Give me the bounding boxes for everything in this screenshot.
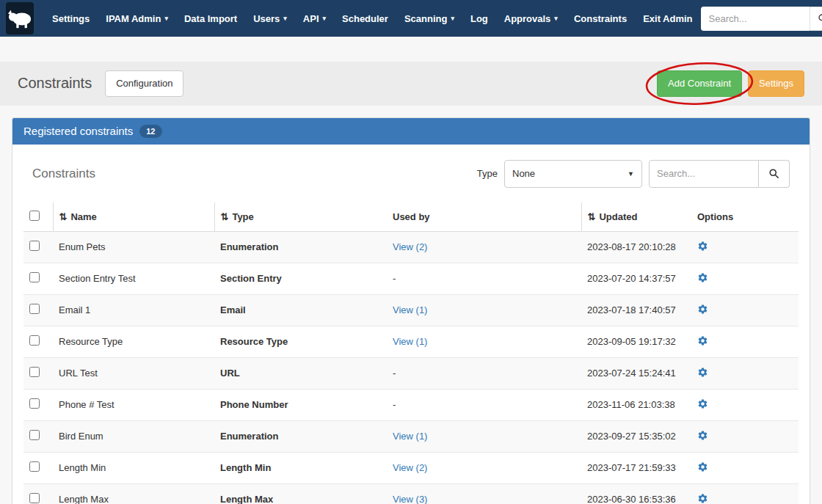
constraint-type: Section Entry [214,263,387,294]
column-header-type[interactable]: ⇅Type [214,202,387,232]
gear-icon [697,335,708,346]
row-checkbox[interactable] [29,241,40,251]
column-header-label: Name [70,211,96,222]
select-all-header [23,202,53,232]
options-cell [691,483,799,504]
select-all-checkbox[interactable] [29,211,40,221]
table-header-row: ⇅Name ⇅Type Used by ⇅Updated Options [23,202,799,232]
used-by-link[interactable]: View (1) [393,431,427,442]
updated-timestamp: 2023-07-18 17:40:57 [581,294,691,326]
sort-icon: ⇅ [221,211,229,222]
table-row: Email 1EmailView (1)2023-07-18 17:40:57 [23,294,799,326]
nav-item-label: Data Import [184,13,237,24]
nav-item-users[interactable]: Users▾ [245,0,295,37]
options-cell [691,357,799,389]
configuration-button[interactable]: Configuration [105,70,183,97]
row-checkbox[interactable] [29,430,40,440]
used-by-cell: View (1) [387,420,581,452]
used-by-link[interactable]: View (2) [393,241,427,252]
row-options-button[interactable] [697,272,708,283]
row-checkbox-cell [23,231,53,263]
row-checkbox-cell [23,483,53,504]
column-header-label: Updated [599,211,637,222]
gear-icon [697,430,708,441]
used-by-link[interactable]: View (1) [393,336,427,347]
updated-timestamp: 2023-09-27 15:35:02 [581,420,691,452]
panel-title: Registered constraints [23,125,133,137]
column-header-used-by: Used by [387,202,581,232]
row-checkbox[interactable] [29,367,40,377]
constraint-type: URL [214,357,387,389]
gear-icon [697,398,708,409]
sort-icon: ⇅ [59,211,68,222]
table-search-input[interactable] [649,160,759,188]
updated-timestamp: 2023-11-06 21:03:38 [581,389,691,420]
column-header-name[interactable]: ⇅Name [53,202,214,232]
table-row: Bird EnumEnumerationView (1)2023-09-27 1… [23,420,799,452]
row-checkbox-cell [23,357,53,389]
nav-item-scanning[interactable]: Scanning▾ [396,0,462,37]
nav-item-label: IPAM Admin [106,13,161,24]
gear-icon [697,367,708,378]
used-by-link[interactable]: View (3) [393,494,427,504]
constraint-name: Bird Enum [53,420,214,452]
settings-button[interactable]: Settings [748,70,804,97]
used-by-cell: View (1) [387,326,581,357]
used-by-link[interactable]: View (1) [393,304,427,315]
table-search-button[interactable] [759,160,790,188]
constraint-type: Enumeration [214,420,387,452]
updated-timestamp: 2023-07-24 15:24:41 [581,357,691,389]
nav-item-label: Scheduler [342,13,388,24]
updated-timestamp: 2023-09-05 19:17:32 [581,326,691,357]
constraint-type: Resource Type [214,326,387,357]
used-by-link[interactable]: View (2) [393,462,427,473]
nav-item-approvals[interactable]: Approvals▾ [496,0,566,37]
nav-items: SettingsIPAM Admin▾Data ImportUsers▾API▾… [44,0,701,37]
constraint-name: Email 1 [53,294,214,326]
row-checkbox[interactable] [29,398,40,409]
column-header-updated[interactable]: ⇅Updated [581,202,691,232]
nav-item-data-import[interactable]: Data Import [176,0,245,37]
constraint-name: URL Test [53,357,214,389]
row-options-button[interactable] [697,335,708,346]
row-options-button[interactable] [697,367,708,378]
options-cell [691,452,799,483]
row-options-button[interactable] [697,430,708,441]
options-cell [691,263,799,294]
nav-item-log[interactable]: Log [462,0,496,37]
nav-item-constraints[interactable]: Constraints [566,0,635,37]
search-input[interactable] [701,7,810,31]
used-by-cell: View (1) [387,294,581,326]
add-constraint-wrap: Add Constraint [657,70,742,97]
row-options-button[interactable] [697,241,708,252]
table-row: Section Entry TestSection Entry-2023-07-… [23,263,799,294]
search-button[interactable] [810,7,822,31]
constraint-type: Length Min [214,452,387,483]
app-logo[interactable] [6,2,34,34]
chevron-down-icon: ▼ [628,170,634,178]
nav-item-exit-admin[interactable]: Exit Admin [635,0,700,37]
table-row: Length MinLength MinView (2)2023-07-17 2… [23,452,799,483]
nav-item-settings[interactable]: Settings [44,0,98,37]
row-checkbox[interactable] [29,335,40,346]
row-checkbox-cell [23,263,53,294]
nav-item-api[interactable]: API▾ [295,0,334,37]
column-header-options: Options [691,202,799,232]
add-constraint-button[interactable]: Add Constraint [657,70,742,97]
row-options-button[interactable] [697,398,708,409]
row-options-button[interactable] [697,304,708,315]
row-options-button[interactable] [697,461,708,472]
navbar-search-group [701,7,822,31]
row-checkbox[interactable] [29,461,40,472]
row-checkbox[interactable] [29,304,40,314]
row-options-button[interactable] [697,493,708,504]
used-by-cell: View (2) [387,231,581,263]
nav-item-scheduler[interactable]: Scheduler [334,0,396,37]
type-filter-select[interactable]: None ▼ [504,160,642,188]
used-by-none: - [393,399,396,410]
nav-item-ipam-admin[interactable]: IPAM Admin▾ [98,0,176,37]
row-checkbox[interactable] [29,493,40,503]
row-checkbox[interactable] [29,272,40,282]
table-row: URL TestURL-2023-07-24 15:24:41 [23,357,799,389]
header-actions: Add Constraint Settings [657,70,804,97]
